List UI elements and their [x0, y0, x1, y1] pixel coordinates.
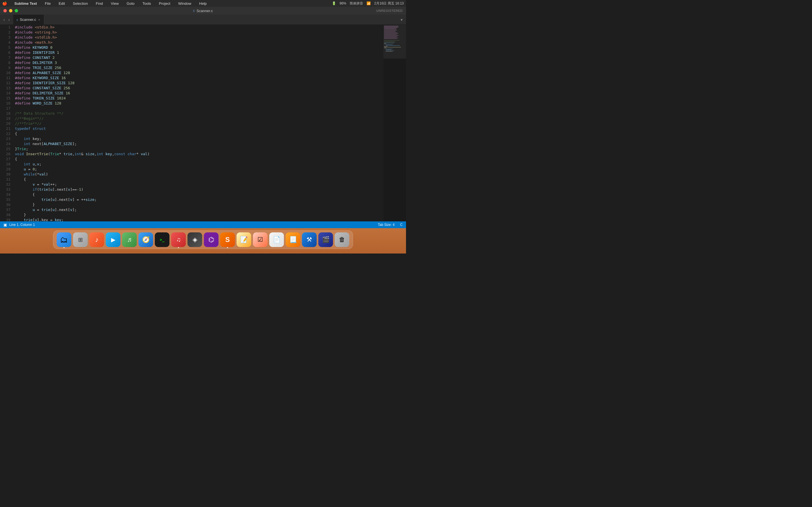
code-line-7: #define CONSTANT 2 — [15, 55, 384, 60]
code-line-2: #include <string.h> — [15, 30, 384, 35]
code-line-21: typedef struct — [15, 126, 384, 131]
dock-item-safari[interactable]: 🧭 — [139, 232, 153, 247]
dock-item-launchpad[interactable]: ⊞ — [73, 232, 88, 247]
next-tab-button[interactable]: › — [7, 17, 11, 23]
statusbar-left: ▣ Line 1, Column 1 — [3, 223, 35, 227]
menu-selection[interactable]: Selection — [71, 1, 89, 6]
line-num-36: 36 — [1, 202, 10, 207]
line-num-20: 20 — [1, 121, 10, 126]
code-line-29: u = 0; — [15, 167, 384, 172]
date-time: 2月16日 周五 16:13 — [374, 1, 404, 6]
minimize-button[interactable] — [9, 9, 12, 12]
line-num-7: 7 — [1, 55, 10, 60]
code-line-8: #define DELIMITER 3 — [15, 60, 384, 65]
tab-bar: ‹ › c Scanner.c × ▾ — [0, 15, 406, 25]
notes-icon: 📝 — [240, 236, 248, 243]
line-num-23: 23 — [1, 136, 10, 142]
reminders-icon: ☑ — [257, 236, 263, 243]
dock-item-music[interactable]: ♪ — [89, 232, 104, 247]
apple-menu[interactable]: 🍎 — [2, 1, 7, 6]
menu-project[interactable]: Project — [157, 1, 172, 6]
menu-bar: 🍎 Sublime Text File Edit Selection Find … — [0, 0, 406, 7]
maximize-button[interactable] — [15, 9, 18, 12]
code-line-17 — [15, 106, 384, 111]
tab-file-icon: c — [17, 18, 18, 21]
code-line-16: #define WORD_SIZE 128 — [15, 101, 384, 106]
xcode-icon: ⚒ — [306, 236, 312, 243]
unity-icon: ◈ — [193, 236, 197, 243]
panel-icon: ▣ — [3, 223, 7, 227]
line-num-25: 25 — [1, 147, 10, 152]
close-button[interactable] — [3, 9, 7, 12]
status-bar: ▣ Line 1, Column 1 Tab Size: 4 C — [0, 221, 406, 228]
dock-item-github[interactable]: ⌬ — [204, 232, 218, 247]
unregistered-label: UNREGISTERED — [376, 9, 403, 12]
menu-tools[interactable]: Tools — [141, 1, 153, 6]
dock-item-pages[interactable]: 📃 — [286, 232, 300, 247]
menu-goto[interactable]: Goto — [125, 1, 136, 6]
battery-level: 96% — [340, 1, 346, 5]
title-bar: c Scanner.c UNREGISTERED — [0, 7, 406, 15]
line-num-21: 21 — [1, 126, 10, 131]
input-method[interactable]: 简体拼音 — [350, 1, 363, 6]
line-num-17: 17 — [1, 106, 10, 111]
tab-size[interactable]: Tab Size: 4 — [378, 223, 395, 227]
svg-rect-31 — [384, 25, 406, 59]
line-num-31: 31 — [1, 177, 10, 182]
minimap — [384, 25, 406, 221]
code-line-22: { — [15, 131, 384, 136]
wifi-icon[interactable]: 📶 — [366, 1, 371, 5]
tab-list-button[interactable]: ▾ — [401, 17, 406, 22]
code-line-38: } — [15, 212, 384, 217]
menubar-right: 🔋 96% 简体拼音 📶 2月16日 周五 16:13 — [332, 1, 404, 6]
line-num-14: 14 — [1, 91, 10, 96]
language-mode[interactable]: C — [400, 223, 403, 227]
line-num-24: 24 — [1, 142, 10, 147]
line-num-30: 30 — [1, 172, 10, 177]
cursor-position[interactable]: Line 1, Column 1 — [9, 223, 35, 227]
dock-item-finder[interactable]: 🗂 — [57, 232, 71, 247]
code-line-12: #define IDENTIFIER_SIZE 128 — [15, 80, 384, 86]
launchpad-icon: ⊞ — [78, 236, 83, 243]
dock-item-neteasy-music[interactable]: ♫ — [171, 232, 186, 247]
dock-item-youku[interactable]: ▶ — [106, 232, 120, 247]
prev-tab-button[interactable]: ‹ — [2, 17, 6, 23]
menu-sublime-text[interactable]: Sublime Text — [13, 1, 39, 6]
menu-view[interactable]: View — [109, 1, 120, 6]
dock-item-notes[interactable]: 📝 — [237, 232, 251, 247]
menu-edit[interactable]: Edit — [57, 1, 66, 6]
code-line-3: #include <stdlib.h> — [15, 35, 384, 40]
tab-scanner-c[interactable]: c Scanner.c × — [13, 15, 45, 25]
code-editor[interactable]: #include <stdio.h> #include <string.h> #… — [13, 25, 384, 221]
menu-window[interactable]: Window — [176, 1, 193, 6]
line-num-26: 26 — [1, 152, 10, 157]
line-num-5: 5 — [1, 45, 10, 50]
dock-item-xcode[interactable]: ⚒ — [302, 232, 317, 247]
line-num-29: 29 — [1, 167, 10, 172]
code-line-13: #define CONSTANT_SIZE 256 — [15, 86, 384, 91]
dock-item-terminal[interactable]: >_ — [155, 232, 169, 247]
dock-item-sublime[interactable]: S — [220, 232, 235, 247]
menu-find[interactable]: Find — [94, 1, 105, 6]
dock-item-reminders[interactable]: ☑ — [253, 232, 267, 247]
dock-item-capo[interactable]: ♬ — [122, 232, 137, 247]
line-num-12: 12 — [1, 80, 10, 86]
code-line-1: #include <stdio.h> — [15, 25, 384, 30]
dock-item-unity[interactable]: ◈ — [188, 232, 202, 247]
dock-item-claquette[interactable]: 🎬 — [318, 232, 333, 247]
line-num-32: 32 — [1, 182, 10, 187]
code-line-23: int key; — [15, 136, 384, 142]
github-icon: ⌬ — [208, 236, 214, 244]
dock-item-trash[interactable]: 🗑 — [335, 232, 349, 247]
file-type-icon: c — [193, 9, 195, 13]
youku-icon: ▶ — [111, 236, 115, 243]
menu-help[interactable]: Help — [197, 1, 208, 6]
tab-close-button[interactable]: × — [38, 17, 41, 22]
code-line-24: int next[ALPHABET_SIZE]; — [15, 142, 384, 147]
line-num-1: 1 — [1, 25, 10, 30]
battery-icon: 🔋 — [332, 1, 336, 5]
line-num-9: 9 — [1, 65, 10, 70]
menu-file[interactable]: File — [43, 1, 52, 6]
line-num-6: 6 — [1, 50, 10, 55]
dock-item-textedit[interactable]: 📄 — [269, 232, 284, 247]
